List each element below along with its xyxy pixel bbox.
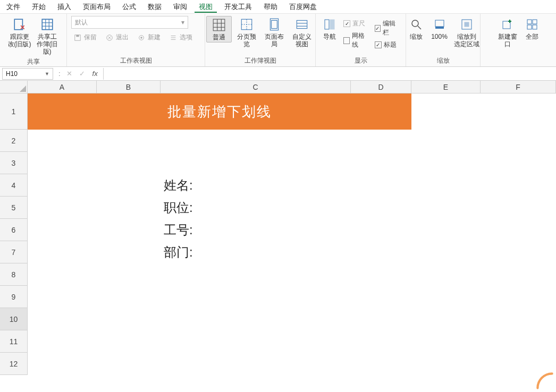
- menu-item-formula[interactable]: 公式: [118, 1, 140, 13]
- row-header-2[interactable]: 2: [0, 130, 28, 152]
- svg-rect-30: [330, 20, 334, 29]
- menu-item-file[interactable]: 文件: [2, 1, 24, 13]
- menu-item-baidu[interactable]: 百度网盘: [285, 1, 321, 13]
- row-header-12[interactable]: 12: [0, 353, 28, 375]
- navigation-label: 导航: [323, 33, 336, 40]
- shared-workbook-icon: [40, 17, 55, 32]
- decorative-arc-icon: [536, 372, 554, 390]
- track-changes-button[interactable]: 跟踪更改(旧版): [7, 16, 32, 49]
- ruler-label: 直尺: [352, 19, 365, 28]
- ribbon-group-window: 新建窗口 全部: [481, 14, 556, 66]
- menu-item-dev[interactable]: 开发工具: [220, 1, 256, 13]
- options-button: 选项: [167, 32, 195, 43]
- normal-view-button[interactable]: 普通: [206, 16, 232, 42]
- svg-rect-33: [435, 20, 444, 27]
- chevron-down-icon: ▼: [45, 71, 49, 76]
- formula-bar-checkbox[interactable]: ✓ 编辑栏: [373, 18, 401, 38]
- row-header-1[interactable]: 1: [0, 93, 28, 130]
- col-header-c[interactable]: C: [161, 81, 351, 93]
- custom-view-label: 自定义视图: [290, 33, 314, 48]
- sheetview-dropdown[interactable]: 默认 ▾: [71, 16, 188, 29]
- arrange-all-button[interactable]: 全部: [523, 16, 542, 41]
- shared-workbook-button[interactable]: 共享工作簿(旧版): [35, 16, 60, 56]
- menu-item-help[interactable]: 帮助: [259, 1, 282, 13]
- row-header-10[interactable]: 10: [0, 308, 28, 330]
- zoom-label: 缩放: [410, 33, 423, 40]
- row-header-11[interactable]: 11: [0, 330, 28, 353]
- menu-item-data[interactable]: 数据: [144, 1, 166, 13]
- col-header-a[interactable]: A: [28, 81, 97, 93]
- menu-item-review[interactable]: 审阅: [169, 1, 191, 13]
- ribbon-group-sheetview: 默认 ▾ 保留 退出 新建 选项: [67, 14, 205, 66]
- zoom-100-button[interactable]: 100%: [428, 16, 451, 41]
- col-header-b[interactable]: B: [97, 81, 161, 93]
- menu-item-layout[interactable]: 页面布局: [79, 1, 115, 13]
- row-header-7[interactable]: 7: [0, 241, 28, 263]
- select-all-corner[interactable]: [0, 81, 28, 93]
- cell-c5[interactable]: 职位:: [161, 197, 351, 219]
- gridlines-checkbox[interactable]: 网格线: [341, 30, 370, 50]
- navigation-button[interactable]: 导航: [320, 16, 339, 41]
- track-changes-label: 跟踪更改(旧版): [8, 33, 31, 48]
- svg-rect-43: [533, 25, 537, 29]
- row-3: 3: [0, 152, 556, 174]
- exit-button: 退出: [103, 32, 131, 43]
- cell-c6[interactable]: 工号:: [161, 219, 351, 241]
- menu-bar: 文件 开始 插入 页面布局 公式 数据 审阅 视图 开发工具 帮助 百度网盘: [0, 0, 556, 14]
- cell-c7[interactable]: 部门:: [161, 241, 351, 263]
- row-header-8[interactable]: 8: [0, 263, 28, 286]
- col-header-d[interactable]: D: [351, 81, 411, 93]
- fx-icon[interactable]: fx: [90, 70, 100, 78]
- row-6: 6 工号:: [0, 219, 556, 241]
- page-break-button[interactable]: 分页预览: [234, 16, 259, 49]
- menu-item-home[interactable]: 开始: [28, 1, 50, 13]
- row-header-6[interactable]: 6: [0, 219, 28, 241]
- row-header-3[interactable]: 3: [0, 152, 28, 174]
- row-header-9[interactable]: 9: [0, 286, 28, 308]
- page-break-label: 分页预览: [235, 33, 258, 48]
- save-icon: [73, 33, 82, 42]
- enter-icon[interactable]: ✓: [78, 70, 87, 78]
- new-button: 新建: [135, 32, 163, 43]
- row-12: 12: [0, 353, 556, 375]
- keep-label: 保留: [84, 33, 97, 42]
- cancel-icon[interactable]: ✕: [65, 70, 74, 78]
- svg-rect-37: [503, 21, 510, 29]
- headings-checkbox[interactable]: ✓ 标题: [373, 39, 401, 50]
- svg-point-12: [140, 37, 142, 39]
- col-header-e[interactable]: E: [411, 81, 481, 93]
- chevron-down-icon: ▾: [181, 19, 184, 26]
- row-header-4[interactable]: 4: [0, 174, 28, 197]
- group-label-show: 显示: [355, 55, 367, 65]
- row-8: 8: [0, 263, 556, 286]
- checkbox-icon: ✓: [375, 25, 381, 32]
- zoom-selection-button[interactable]: 缩放到选定区域: [453, 16, 481, 49]
- row-4: 4 姓名:: [0, 174, 556, 197]
- svg-line-32: [418, 26, 421, 29]
- formula-bar-icons: ✕ ✓ fx: [62, 70, 103, 78]
- banner-cell[interactable]: 批量新增下划线: [28, 93, 411, 130]
- checkbox-icon: ✓: [375, 41, 382, 48]
- shared-workbook-label: 共享工作簿(旧版): [36, 33, 59, 55]
- new-label: 新建: [148, 33, 161, 42]
- svg-rect-1: [42, 19, 53, 30]
- spreadsheet-grid[interactable]: A B C D E F 1 批量新增下划线 2 3 4 姓名: 5 职位: 6 …: [0, 81, 556, 375]
- name-box[interactable]: H10 ▼: [2, 68, 53, 80]
- menu-item-view[interactable]: 视图: [195, 1, 217, 13]
- row-header-5[interactable]: 5: [0, 197, 28, 219]
- col-header-f[interactable]: F: [481, 81, 556, 93]
- page-layout-label: 页面布局: [263, 33, 286, 48]
- zoom-button[interactable]: 缩放: [406, 16, 426, 41]
- group-label-wbview: 工作簿视图: [245, 55, 276, 65]
- gridlines-label: 网格线: [352, 31, 368, 49]
- custom-view-button[interactable]: 自定义视图: [289, 16, 315, 49]
- page-layout-button[interactable]: 页面布局: [262, 16, 287, 49]
- formula-input[interactable]: [103, 68, 556, 80]
- cell-c4[interactable]: 姓名:: [161, 174, 351, 197]
- menu-item-insert[interactable]: 插入: [53, 1, 75, 13]
- group-label-share: 共享: [27, 56, 40, 66]
- name-box-value: H10: [6, 70, 18, 78]
- svg-rect-29: [325, 20, 329, 29]
- svg-rect-41: [533, 20, 537, 24]
- new-window-button[interactable]: 新建窗口: [495, 16, 520, 49]
